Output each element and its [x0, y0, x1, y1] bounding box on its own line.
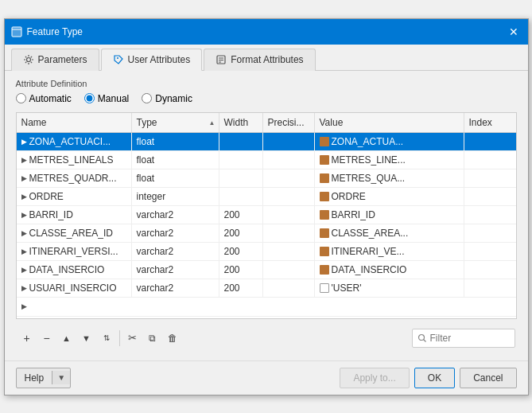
value-icon: [320, 173, 329, 183]
tab-parameters-label: Parameters: [38, 54, 87, 65]
toolbar-separator: [119, 330, 120, 346]
radio-manual-input[interactable]: [84, 93, 95, 103]
cell-type: varchar2: [132, 224, 219, 242]
remove-row-button[interactable]: −: [37, 329, 56, 348]
tab-user-attributes[interactable]: User Attributes: [101, 49, 203, 71]
apply-to-button[interactable]: Apply to...: [340, 368, 409, 388]
cell-name: ▶ ORDRE: [17, 188, 132, 205]
row-arrow: ▶: [21, 247, 27, 255]
filter-input[interactable]: [430, 333, 510, 344]
attributes-table[interactable]: Name Type ▲ Width Precisi... Value Index…: [16, 112, 517, 319]
help-button[interactable]: Help ▼: [16, 368, 72, 388]
help-dropdown-arrow[interactable]: ▼: [52, 371, 70, 384]
cell-value: ZONA_ACTUA...: [315, 133, 464, 150]
col-index: Index: [464, 113, 516, 132]
add-row-button[interactable]: +: [17, 329, 37, 348]
help-label: Help: [17, 370, 52, 386]
row-arrow: ▶: [21, 156, 27, 164]
row-arrow: ▶: [21, 266, 27, 274]
row-arrow: ▶: [21, 284, 27, 292]
radio-dynamic[interactable]: Dynamic: [142, 93, 192, 104]
value-icon: [320, 192, 329, 201]
delete-button[interactable]: 🗑: [163, 329, 182, 348]
copy-button[interactable]: ⧉: [143, 329, 162, 348]
cell-type: varchar2: [132, 206, 219, 224]
cell-value: ORDRE: [315, 188, 464, 205]
table-row[interactable]: ▶ METRES_QUADR... float METRES_QUA...: [17, 169, 516, 188]
move-down-button[interactable]: ▼: [77, 329, 96, 348]
cell-width: [219, 188, 263, 205]
col-value: Value: [315, 113, 464, 132]
radio-automatic[interactable]: Automatic: [16, 93, 72, 104]
cell-index: [464, 151, 516, 169]
cell-value: 'USER': [315, 279, 464, 297]
cell-precision: [263, 169, 315, 187]
titlebar-left: Feature Type: [11, 26, 83, 37]
cell-width: 200: [219, 243, 263, 260]
cell-width: 200: [219, 206, 263, 224]
cell-name: ▶ METRES_QUADR...: [17, 169, 132, 187]
tab-format-attributes-label: Format Attributes: [231, 54, 303, 65]
radio-dynamic-input[interactable]: [142, 93, 152, 103]
radio-dynamic-label: Dynamic: [155, 93, 192, 104]
cell-type: integer: [132, 188, 219, 205]
cell-width: [219, 151, 263, 169]
ok-button[interactable]: OK: [414, 368, 455, 388]
table-row[interactable]: ▶ METRES_LINEALS float METRES_LINE...: [17, 151, 516, 169]
svg-point-8: [418, 334, 424, 340]
radio-automatic-input[interactable]: [16, 93, 26, 103]
table-toolbar: + − ▲ ▼ ⇅ ✂ ⧉ 🗑: [16, 325, 517, 351]
cell-width: [219, 133, 263, 150]
table-row[interactable]: ▶ CLASSE_AREA_ID varchar2 200 CLASSE_ARE…: [17, 224, 516, 243]
cell-width: 200: [219, 279, 263, 297]
radio-group: Automatic Manual Dynamic: [16, 93, 517, 104]
cell-index: [464, 279, 516, 297]
svg-line-9: [423, 339, 425, 341]
table-row[interactable]: ▶ BARRI_ID varchar2 200 BARRI_ID: [17, 206, 516, 224]
cell-width: 200: [219, 224, 263, 242]
tab-user-attributes-label: User Attributes: [128, 54, 191, 65]
tab-parameters[interactable]: Parameters: [11, 49, 99, 71]
table-row[interactable]: ▶ USUARI_INSERCIO varchar2 200 'USER': [17, 279, 516, 298]
cell-precision: [263, 224, 315, 242]
value-icon: [320, 247, 329, 256]
cell-precision: [263, 133, 315, 150]
cell-precision: [263, 279, 315, 297]
cell-type: varchar2: [132, 279, 219, 297]
col-width: Width: [219, 113, 263, 132]
radio-automatic-label: Automatic: [29, 93, 72, 104]
empty-row: ▶: [17, 298, 516, 317]
cell-name: ▶ USUARI_INSERCIO: [17, 279, 132, 297]
cell-precision: [263, 243, 315, 260]
value-icon: [320, 228, 329, 238]
table-row[interactable]: ▶ DATA_INSERCIO varchar2 200 DATA_INSERC…: [17, 261, 516, 279]
value-icon: [320, 265, 329, 275]
cell-name: ▶ BARRI_ID: [17, 206, 132, 224]
table-row[interactable]: ▶ ORDRE integer ORDRE: [17, 188, 516, 206]
titlebar: Feature Type ✕: [5, 19, 528, 45]
radio-manual[interactable]: Manual: [84, 93, 129, 104]
reorder-button[interactable]: ⇅: [97, 329, 116, 348]
tab-format-attributes[interactable]: Format Attributes: [204, 49, 315, 71]
row-arrow: ▶: [21, 193, 27, 201]
col-name: Name: [17, 113, 132, 132]
cell-precision: [263, 261, 315, 279]
cell-value: BARRI_ID: [315, 206, 464, 224]
close-button[interactable]: ✕: [506, 24, 522, 40]
cell-width: [219, 169, 263, 187]
tag-icon: [113, 54, 124, 65]
cut-button[interactable]: ✂: [123, 329, 142, 348]
cell-type: float: [132, 133, 219, 150]
cell-value: ITINERARI_VE...: [315, 243, 464, 260]
cell-index: [464, 243, 516, 260]
table-row[interactable]: ▶ ZONA_ACTUACI... float ZONA_ACTUA...: [17, 133, 516, 151]
cell-type: varchar2: [132, 243, 219, 260]
cell-name: ▶ DATA_INSERCIO: [17, 261, 132, 279]
cell-precision: [263, 206, 315, 224]
cell-value: DATA_INSERCIO: [315, 261, 464, 279]
cancel-button[interactable]: Cancel: [460, 368, 516, 388]
footer-right: Apply to... OK Cancel: [340, 368, 516, 388]
row-arrow: ▶: [21, 138, 27, 146]
table-row[interactable]: ▶ ITINERARI_VERSI... varchar2 200 ITINER…: [17, 243, 516, 261]
move-up-button[interactable]: ▲: [57, 329, 76, 348]
